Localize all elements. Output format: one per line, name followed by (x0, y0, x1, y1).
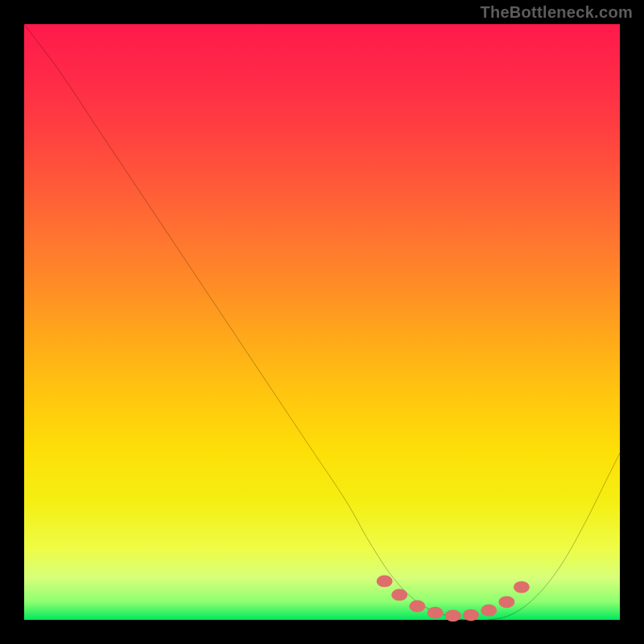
marker-dot (377, 576, 393, 588)
marker-dot (391, 589, 407, 601)
marker-dot (498, 596, 514, 608)
watermark-text: TheBottleneck.com (480, 3, 633, 22)
marker-dot (481, 605, 497, 617)
marker-dot (409, 601, 425, 613)
marker-dot (427, 607, 444, 619)
marker-layer (24, 24, 620, 620)
optimal-range-markers (377, 576, 530, 622)
marker-dot (463, 609, 479, 621)
marker-dot (514, 581, 530, 593)
marker-dot (445, 609, 461, 621)
chart-frame: TheBottleneck.com (0, 0, 644, 644)
